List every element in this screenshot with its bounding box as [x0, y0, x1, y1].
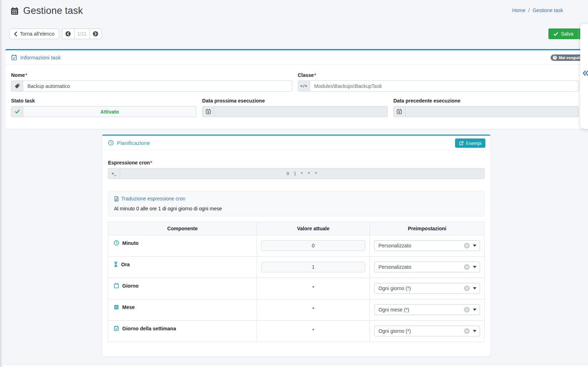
chevron-left-icon — [14, 32, 17, 36]
translate-file-icon — [114, 196, 119, 201]
schedule-panel-header: Pianificazione Esempi — [102, 136, 490, 150]
cron-field-label: Espressione cron* — [108, 160, 485, 166]
clock-icon — [114, 240, 119, 246]
record-pager: 1/11 — [62, 28, 102, 39]
weekday-preset-select[interactable]: Ogni giorno (*) — [374, 326, 480, 336]
required-asterisk: * — [150, 160, 152, 166]
class-input[interactable] — [310, 80, 579, 91]
check-icon — [11, 106, 23, 117]
table-row-day: Giorno * Ogni giorno (*) — [108, 278, 485, 299]
toolbar: Torna all'elenco 1/11 — [9, 28, 102, 39]
next-run-field-label: Data prossima esecuzione — [202, 98, 387, 104]
task-info-panel-title: Informazioni task — [20, 54, 61, 61]
clock-icon — [108, 140, 114, 146]
clear-selection-icon[interactable] — [464, 285, 470, 291]
examples-label: Esempi — [466, 141, 481, 146]
table-row-weekday: Giorno della settimana * Ogni giorno (*) — [108, 320, 485, 342]
record-position: 1/11 — [74, 28, 90, 39]
task-info-panel-body: Nome* Classe* </> Stato task — [5, 65, 584, 117]
component-label: Minuto — [122, 240, 139, 246]
save-label: Salva — [561, 31, 573, 37]
calendar-icon — [114, 283, 119, 288]
previous-record-button[interactable] — [62, 28, 74, 39]
calendar-plus-icon — [393, 106, 405, 117]
schedule-panel: Pianificazione Esempi Espressione cron* … — [102, 135, 490, 356]
task-info-panel: Informazioni task ? Mai eseguito Nome* C… — [5, 49, 584, 129]
external-link-icon — [459, 141, 464, 146]
next-record-button[interactable] — [89, 28, 102, 39]
back-to-list-button[interactable]: Torna all'elenco — [9, 28, 59, 39]
month-value: * — [261, 304, 365, 312]
status-toggle[interactable]: Attivato — [11, 106, 196, 117]
cron-expression-input — [120, 168, 485, 179]
calendar-check-icon — [11, 54, 17, 61]
status-value: Attivato — [23, 106, 196, 117]
name-input[interactable] — [23, 80, 292, 91]
month-preset-select[interactable]: Ogni mese (*) — [374, 304, 480, 315]
footer — [3, 364, 588, 367]
clear-selection-icon[interactable] — [464, 264, 470, 270]
question-circle-icon: ? — [553, 56, 557, 60]
preset-selected-value: Personalizzato — [378, 264, 464, 270]
preset-selected-value: Ogni giorno (*) — [378, 328, 464, 334]
day-preset-select[interactable]: Ogni giorno (*) — [374, 283, 480, 294]
day-value: * — [261, 283, 365, 290]
component-label: Giorno — [122, 283, 139, 289]
cron-translation-link[interactable]: Traduzione espressione cron — [114, 196, 185, 201]
cron-translation-text: Al minuto 0 alle ore 1 di ogni giorno di… — [114, 206, 479, 211]
schedule-panel-body: Espressione cron* >_ Traduzione espressi… — [102, 150, 490, 342]
breadcrumb-separator: / — [528, 7, 530, 13]
table-row-hour: Ora Personalizzato — [108, 256, 485, 278]
minute-preset-select[interactable]: Personalizzato — [374, 240, 480, 251]
column-header-presets: Preimpostazioni — [370, 222, 484, 235]
caret-down-icon — [473, 245, 476, 247]
minute-value-input[interactable] — [261, 240, 365, 251]
caret-down-icon — [473, 309, 476, 311]
class-field-group: Classe* </> — [298, 69, 579, 91]
breadcrumb-current-link[interactable]: Gestione task — [532, 7, 563, 13]
preset-selected-value: Personalizzato — [378, 243, 464, 248]
name-field-group: Nome* — [11, 69, 292, 91]
clear-selection-icon[interactable] — [464, 243, 470, 248]
component-label: Giorno della settimana — [122, 326, 176, 331]
component-label: Mese — [122, 304, 135, 310]
arrow-circle-right-icon — [93, 31, 98, 37]
tag-icon — [11, 80, 23, 91]
breadcrumb: Home / Gestione task — [512, 7, 563, 13]
schedule-panel-title: Pianificazione — [117, 140, 150, 146]
save-button[interactable]: Salva — [548, 28, 578, 39]
class-field-label: Classe* — [298, 72, 579, 78]
calendar-grid-icon — [114, 304, 119, 310]
previous-run-field-group: Data precedente esecuzione — [393, 95, 579, 117]
page-title: Gestione task — [23, 5, 83, 16]
chevron-double-left-icon[interactable] — [582, 70, 588, 76]
required-asterisk: * — [25, 72, 27, 78]
weekday-value: * — [261, 326, 365, 333]
component-label: Ora — [121, 262, 130, 267]
next-run-input — [214, 106, 387, 117]
name-field-label: Nome* — [11, 72, 292, 78]
clear-selection-icon[interactable] — [464, 307, 470, 313]
never-executed-label: Mai eseguito — [559, 56, 583, 60]
examples-button[interactable]: Esempi — [455, 138, 485, 148]
page-header: Gestione task — [10, 5, 83, 16]
sidebar-edge-shadow — [0, 0, 3, 367]
column-header-current-value: Valore attuale — [257, 222, 370, 235]
table-header-row: Componente Valore attuale Preimpostazion… — [108, 222, 485, 235]
calendar-icon — [10, 6, 19, 16]
caret-down-icon — [473, 287, 476, 289]
breadcrumb-home-link[interactable]: Home — [512, 7, 525, 13]
hour-preset-select[interactable]: Personalizzato — [374, 262, 480, 272]
code-icon: </> — [298, 80, 310, 91]
clear-selection-icon[interactable] — [464, 328, 470, 334]
hour-value-input[interactable] — [261, 262, 365, 272]
svg-text:?: ? — [554, 56, 556, 59]
preset-selected-value: Ogni giorno (*) — [378, 285, 464, 291]
status-field-group: Stato task Attivato — [11, 95, 196, 117]
calendar-check-icon — [114, 326, 119, 331]
next-run-field-group: Data prossima esecuzione — [202, 95, 387, 117]
preset-selected-value: Ogni mese (*) — [378, 307, 464, 313]
caret-down-icon — [473, 330, 476, 332]
status-field-label: Stato task — [11, 98, 196, 104]
previous-run-input — [405, 106, 579, 117]
